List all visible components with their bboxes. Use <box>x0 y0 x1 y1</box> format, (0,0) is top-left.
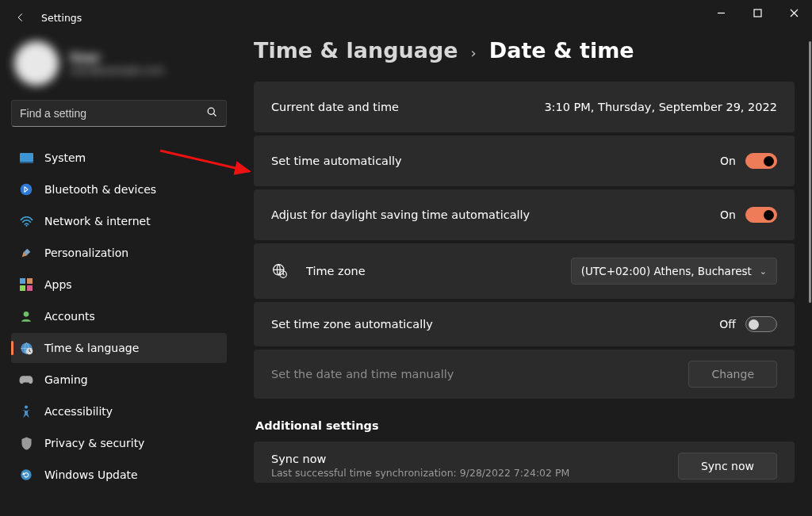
sidebar: User user@example.com System Bluetooth &… <box>0 35 238 516</box>
svg-rect-2 <box>20 153 33 162</box>
back-button[interactable] <box>11 8 30 27</box>
search-box[interactable] <box>11 100 227 127</box>
main-content: Time & language › Date & time Current da… <box>254 38 795 516</box>
current-date-time-row: Current date and time 3:10 PM, Thursday,… <box>254 82 795 132</box>
sidebar-item-system[interactable]: System <box>11 143 227 173</box>
chevron-right-icon: › <box>471 44 477 61</box>
minimize-button[interactable] <box>703 0 739 25</box>
scrollbar[interactable] <box>809 41 811 303</box>
sidebar-item-label: System <box>44 151 86 164</box>
sidebar-item-apps[interactable]: Apps <box>11 269 227 300</box>
maximize-button[interactable] <box>739 0 776 25</box>
window-title: Settings <box>41 12 82 24</box>
current-date-time-label: Current date and time <box>271 101 544 113</box>
svg-point-5 <box>25 224 27 226</box>
svg-rect-9 <box>27 285 33 291</box>
bluetooth-icon <box>19 182 33 197</box>
time-icon <box>19 341 33 355</box>
dst-toggle[interactable] <box>745 207 777 223</box>
sidebar-item-personalization[interactable]: Personalization <box>11 238 227 268</box>
network-icon <box>19 214 33 228</box>
tz-auto-row: Set time zone automatically Off <box>254 302 795 346</box>
sidebar-item-label: Privacy & security <box>44 437 144 449</box>
nav-list: System Bluetooth & devices Network & int… <box>11 143 227 490</box>
sync-now-button[interactable]: Sync now <box>678 453 777 480</box>
svg-rect-6 <box>20 278 25 284</box>
window-controls <box>703 0 812 25</box>
system-icon <box>19 151 33 165</box>
dst-state: On <box>720 208 736 221</box>
current-date-time-value: 3:10 PM, Thursday, September 29, 2022 <box>544 101 777 113</box>
dst-label: Adjust for daylight saving time automati… <box>271 208 720 221</box>
dst-toggle-group: On <box>720 207 777 223</box>
sidebar-item-privacy[interactable]: Privacy & security <box>11 428 227 458</box>
svg-rect-3 <box>20 162 33 163</box>
set-time-auto-state: On <box>720 155 736 167</box>
tz-auto-state: Off <box>719 318 736 331</box>
sidebar-item-bluetooth[interactable]: Bluetooth & devices <box>11 174 227 204</box>
manual-row: Set the date and time manually Change <box>254 350 795 399</box>
dst-row: Adjust for daylight saving time automati… <box>254 189 795 240</box>
sync-text: Sync now Last successful time synchroniz… <box>271 453 678 479</box>
breadcrumb: Time & language › Date & time <box>254 38 795 63</box>
sync-row: Sync now Last successful time synchroniz… <box>254 441 795 483</box>
change-button[interactable]: Change <box>688 361 777 388</box>
svg-rect-0 <box>754 10 761 17</box>
change-button-label: Change <box>711 368 754 380</box>
manual-label: Set the date and time manually <box>271 368 688 380</box>
sidebar-item-windows-update[interactable]: Windows Update <box>11 460 227 490</box>
user-block[interactable]: User user@example.com <box>11 35 227 100</box>
svg-point-1 <box>208 108 214 114</box>
sync-sub: Last successful time synchronization: 9/… <box>271 467 678 479</box>
apps-icon <box>19 277 33 292</box>
sidebar-item-label: Apps <box>44 278 72 291</box>
svg-point-4 <box>21 184 33 196</box>
user-name: User <box>70 51 164 65</box>
search-input[interactable] <box>20 107 206 120</box>
close-button[interactable] <box>776 0 812 25</box>
titlebar: Settings <box>0 0 812 35</box>
sidebar-item-accessibility[interactable]: Accessibility <box>11 396 227 426</box>
sidebar-item-label: Accounts <box>44 310 95 323</box>
sidebar-item-accounts[interactable]: Accounts <box>11 301 227 331</box>
accounts-icon <box>19 309 33 323</box>
set-time-auto-toggle[interactable] <box>745 153 777 169</box>
sync-now-button-label: Sync now <box>701 460 754 472</box>
timezone-row: Time zone (UTC+02:00) Athens, Bucharest … <box>254 243 795 299</box>
set-time-auto-toggle-group: On <box>720 153 777 169</box>
search-icon <box>206 106 218 120</box>
timezone-label: Time zone <box>306 265 571 277</box>
svg-point-13 <box>25 405 28 408</box>
user-text: User user@example.com <box>70 51 164 76</box>
sidebar-item-label: Accessibility <box>44 405 113 418</box>
svg-point-14 <box>21 469 31 480</box>
sidebar-item-label: Time & language <box>44 342 139 354</box>
accessibility-icon <box>19 404 33 419</box>
svg-rect-7 <box>27 278 33 284</box>
timezone-value: (UTC+02:00) Athens, Bucharest <box>581 265 752 277</box>
update-icon <box>19 468 33 482</box>
svg-point-10 <box>24 312 29 317</box>
additional-settings-title: Additional settings <box>255 419 793 432</box>
tz-auto-toggle-group: Off <box>719 316 777 332</box>
breadcrumb-current: Date & time <box>489 38 634 63</box>
sync-title: Sync now <box>271 453 678 465</box>
svg-rect-8 <box>20 285 25 291</box>
sidebar-item-label: Network & internet <box>44 215 151 227</box>
set-time-auto-label: Set time automatically <box>271 155 720 167</box>
chevron-down-icon: ⌄ <box>760 266 767 277</box>
sidebar-item-gaming[interactable]: Gaming <box>11 365 227 395</box>
user-email: user@example.com <box>70 65 164 76</box>
sidebar-item-label: Windows Update <box>44 468 138 481</box>
gaming-icon <box>19 373 33 387</box>
sidebar-item-time-language[interactable]: Time & language <box>11 333 227 363</box>
breadcrumb-parent[interactable]: Time & language <box>254 38 458 63</box>
timezone-dropdown[interactable]: (UTC+02:00) Athens, Bucharest ⌄ <box>571 258 777 285</box>
set-time-auto-row: Set time automatically On <box>254 136 795 186</box>
sidebar-item-label: Gaming <box>44 373 88 386</box>
personalization-icon <box>19 246 33 260</box>
tz-auto-toggle[interactable] <box>745 316 777 332</box>
sidebar-item-label: Personalization <box>44 247 128 259</box>
sidebar-item-network[interactable]: Network & internet <box>11 206 227 236</box>
tz-auto-label: Set time zone automatically <box>271 318 719 331</box>
